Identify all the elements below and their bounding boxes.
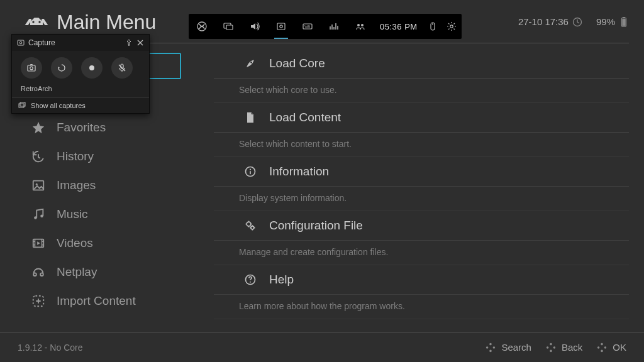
svg-point-32 [40,273,43,276]
capture-icon[interactable] [268,14,294,39]
footer-ok[interactable]: OK [596,342,626,353]
menu-desc: Display system information. [214,187,629,211]
svg-rect-16 [623,19,625,25]
clock-icon [572,17,582,27]
svg-point-49 [553,346,556,349]
svg-rect-24 [19,104,24,107]
page-title: Main Menu [57,11,156,34]
star-icon [31,121,45,134]
sidebar-item-favorites[interactable]: Favorites [15,113,197,142]
menu-load-content[interactable]: Load Content [214,103,629,133]
battery-percentage: 99% [596,16,615,27]
mic-off-button[interactable] [111,57,133,79]
record-button[interactable] [81,57,103,79]
svg-point-27 [36,184,38,185]
capture-header[interactable]: Capture [12,35,149,51]
menu-desc: Learn more about how the program works. [214,295,629,319]
pin-icon[interactable] [125,39,133,47]
footer-label: Search [501,342,531,353]
svg-point-1 [38,21,40,23]
display-icon[interactable] [215,14,242,39]
sidebar-item-netplay[interactable]: Netplay [15,258,197,287]
menu-label: Load Content [269,111,341,124]
file-icon [244,111,257,124]
svg-point-34 [250,62,252,63]
footer: 1.9.12 - No Core Search Back OK [0,332,644,362]
svg-point-44 [486,346,489,349]
mouse-icon[interactable] [424,14,441,39]
svg-point-36 [250,169,251,170]
footer-search[interactable]: Search [485,342,531,353]
menu-load-core[interactable]: Load Core [214,49,629,79]
menu-desc: Select which content to start. [214,133,629,157]
sidebar-item-history[interactable]: History [15,142,197,171]
sidebar-item-label: Images [57,178,96,192]
menu-information[interactable]: Information [214,157,629,187]
svg-rect-7 [303,24,312,29]
image-icon [31,178,45,192]
svg-point-12 [450,25,452,28]
svg-point-41 [250,282,251,283]
sidebar-item-label: History [57,150,94,163]
menu-label: Configuration File [269,219,363,233]
xbox-icon[interactable] [189,14,215,39]
audio-icon[interactable] [242,14,268,39]
svg-point-9 [361,24,364,26]
footer-label: OK [613,342,626,353]
netplay-icon [31,265,45,279]
help-icon [244,273,257,286]
menu-desc: Manage and create configuration files. [214,241,629,265]
svg-rect-15 [623,17,625,18]
record-last-button[interactable] [51,57,72,79]
battery-icon [619,17,629,27]
svg-rect-17 [18,40,24,45]
gamebar-tray: 05:36 PM [189,14,462,39]
settings-icon[interactable] [441,14,462,39]
svg-point-29 [40,214,43,217]
svg-rect-4 [226,25,233,30]
close-icon[interactable] [136,39,144,47]
svg-point-6 [280,25,282,28]
sidebar-item-label: Videos [57,236,93,250]
menu-configuration-file[interactable]: Configuration File [214,211,629,241]
sidebar-item-music[interactable]: Music [15,200,197,229]
svg-rect-19 [28,65,35,71]
svg-point-53 [604,346,607,349]
capture-target: RetroArch [12,82,149,97]
sidebar-item-videos[interactable]: Videos [15,229,197,258]
svg-rect-37 [250,171,251,174]
footer-back[interactable]: Back [545,342,582,353]
capture-widget-icon [17,39,25,47]
party-icon[interactable] [347,14,374,39]
menu-help[interactable]: Help [214,265,629,295]
svg-point-18 [19,41,22,44]
svg-point-51 [601,349,604,352]
svg-point-20 [30,67,33,70]
gears-icon [244,219,257,232]
sidebar-item-label: Favorites [57,121,106,134]
screenshot-button[interactable] [21,57,42,79]
plus-box-icon [31,294,45,308]
svg-point-50 [601,343,604,345]
svg-point-21 [89,65,94,70]
performance-icon[interactable] [321,14,347,39]
svg-point-38 [247,222,251,226]
sidebar-item-import-content[interactable]: Import Content [15,287,197,315]
retroarch-logo-icon [24,14,49,30]
keyboard-icon[interactable] [294,14,321,39]
svg-point-42 [490,343,492,345]
show-all-captures-label: Show all captures [31,102,86,109]
sidebar-item-images[interactable]: Images [15,171,197,200]
svg-point-46 [550,343,552,345]
svg-rect-5 [277,23,285,30]
show-all-captures[interactable]: Show all captures [12,97,149,113]
menu-restart[interactable]: Restart RetroArch [214,319,629,324]
menu-label: Help [269,273,294,287]
menu-desc: Select which core to use. [214,79,629,103]
svg-point-31 [33,273,36,276]
svg-point-43 [490,349,492,352]
svg-point-39 [251,226,254,229]
dpad-icon [545,342,557,353]
svg-point-28 [34,216,37,219]
svg-point-45 [493,346,496,349]
